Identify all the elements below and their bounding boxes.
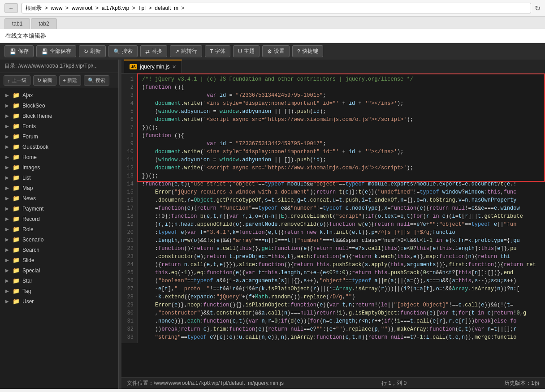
chevron-right-icon: ▶ [5, 103, 9, 108]
sidebar-item-home[interactable]: ▶📁Home [0, 152, 118, 162]
sidebar-item-forum[interactable]: ▶📁Forum [0, 131, 118, 142]
up-button[interactable]: ↑ 上一级 [4, 75, 30, 86]
theme-button[interactable]: U 主题 [233, 45, 260, 57]
editor-tab-filename: jquery.min.js [140, 64, 169, 70]
browser-tab-1[interactable]: tab1 [4, 18, 30, 29]
tab-close-button[interactable]: × [172, 63, 176, 70]
folder-icon: 📁 [13, 257, 20, 263]
save-button[interactable]: 💾 保存 [4, 45, 34, 57]
settings-icon: ⚙ [267, 48, 272, 55]
folder-icon: 📁 [13, 164, 20, 171]
chevron-right-icon: ▶ [5, 134, 9, 139]
folder-icon: 📁 [13, 246, 20, 253]
code-container[interactable]: 1234567891011121314151617181920212223242… [121, 73, 545, 377]
folder-icon: 📁 [13, 277, 20, 284]
status-position: 行 1，列 0 [381, 379, 407, 387]
sidebar-item-star[interactable]: ▶📁Star [0, 276, 118, 286]
chevron-right-icon: ▶ [5, 247, 9, 252]
main-toolbar: 💾 保存 💾 全部保存 ↻ 刷新 🔍 搜索 ⇄ 替换 ↗ 跳转行 T 字体 U … [0, 43, 545, 60]
folder-icon: 📁 [13, 123, 20, 129]
app-title-bar: 在线文本编辑器 [0, 29, 545, 43]
sidebar-item-guestbook[interactable]: ▶📁Guestbook [0, 142, 118, 152]
code-view: 1234567891011121314151617181920212223242… [121, 73, 545, 343]
sidebar-item-scenario[interactable]: ▶📁Scenario [0, 234, 118, 245]
up-icon: ↑ [8, 78, 10, 83]
sidebar-item-payment[interactable]: ▶📁Payment [0, 203, 118, 214]
sidebar-item-user[interactable]: ▶📁User [0, 296, 118, 306]
folder-icon: 📁 [13, 267, 20, 274]
save-icon: 💾 [9, 48, 16, 55]
replace-icon: ⇄ [145, 48, 150, 55]
new-button[interactable]: + 新建 [59, 75, 81, 86]
replace-button[interactable]: ⇄ 替换 [140, 45, 167, 57]
save-all-icon: 💾 [41, 48, 48, 55]
code-content[interactable]: /*! jQuery v3.4.1 | (c) JS Foundation an… [138, 73, 545, 343]
sidebar-item-role[interactable]: ▶📁Role [0, 224, 118, 234]
sidebar-item-special[interactable]: ▶📁Special [0, 265, 118, 276]
sidebar-toolbar: ↑ 上一级 ↻ 刷新 + 新建 🔍 搜索 [0, 73, 118, 88]
chevron-right-icon: ▶ [5, 185, 9, 190]
chevron-right-icon: ▶ [5, 93, 9, 98]
sidebar-refresh-button[interactable]: ↻ 刷新 [33, 75, 56, 86]
folder-icon: 📁 [13, 185, 20, 191]
refresh-button[interactable]: ↻ 刷新 [79, 45, 106, 57]
file-tree: ▶📁Ajax▶📁BlockSeo▶📁BlockTheme▶📁Fonts▶📁For… [0, 88, 118, 389]
editor-area: JS jquery.min.js × 123456789101112131415… [121, 60, 545, 389]
shortcut-icon: ? [297, 48, 300, 55]
shortcut-button[interactable]: ? 快捷键 [292, 45, 323, 57]
folder-icon: 📁 [13, 215, 20, 222]
save-all-button[interactable]: 💾 全部保存 [36, 45, 76, 57]
chevron-right-icon: ▶ [5, 227, 9, 232]
refresh-icon: ↻ [84, 48, 88, 55]
chevron-right-icon: ▶ [5, 289, 9, 293]
font-button[interactable]: T 字体 [205, 45, 230, 57]
folder-icon: 📁 [13, 143, 20, 150]
jump-button[interactable]: ↗ 跳转行 [170, 45, 202, 57]
chevron-right-icon: ▶ [5, 196, 9, 201]
folder-icon: 📁 [13, 102, 20, 109]
sidebar-refresh-icon: ↻ [37, 78, 41, 83]
folder-icon: 📁 [13, 226, 20, 233]
back-button[interactable]: ← [4, 3, 18, 13]
sidebar-item-map[interactable]: ▶📁Map [0, 183, 118, 193]
folder-icon: 📁 [13, 174, 20, 181]
sidebar-item-fonts[interactable]: ▶📁Fonts [0, 121, 118, 131]
search-icon: 🔍 [113, 48, 120, 55]
folder-icon: 📁 [13, 92, 20, 99]
folder-icon: 📁 [13, 195, 20, 202]
sidebar-item-blocktheme[interactable]: ▶📁BlockTheme [0, 111, 118, 121]
sidebar-item-ajax[interactable]: ▶📁Ajax [0, 90, 118, 100]
editor-tab-jquery[interactable]: JS jquery.min.js × [124, 60, 182, 73]
sidebar-item-news[interactable]: ▶📁News [0, 193, 118, 203]
chevron-right-icon: ▶ [5, 216, 9, 221]
settings-button[interactable]: ⚙ 设置 [262, 45, 290, 57]
browser-tab-2[interactable]: tab2 [31, 18, 56, 29]
font-icon: T [210, 48, 213, 55]
sidebar-item-tag[interactable]: ▶📁Tag [0, 286, 118, 296]
chevron-right-icon: ▶ [5, 155, 9, 159]
folder-icon: 📁 [13, 154, 20, 160]
address-input[interactable] [22, 3, 531, 13]
sidebar-search-icon: 🔍 [88, 78, 94, 83]
sidebar-item-list[interactable]: ▶📁List [0, 172, 118, 183]
browser-tabs: tab1 tab2 [0, 17, 545, 29]
sidebar-item-blockseo[interactable]: ▶📁BlockSeo [0, 100, 118, 111]
chevron-right-icon: ▶ [5, 237, 9, 242]
search-toolbar-button[interactable]: 🔍 搜索 [108, 45, 138, 57]
chevron-right-icon: ▶ [5, 124, 9, 129]
chevron-right-icon: ▶ [5, 206, 9, 211]
chevron-right-icon: ▶ [5, 258, 9, 263]
js-file-icon: JS [130, 64, 137, 69]
sidebar-search-button[interactable]: 🔍 搜索 [84, 75, 109, 86]
chevron-right-icon: ▶ [5, 165, 9, 170]
sidebar-item-record[interactable]: ▶📁Record [0, 214, 118, 224]
sidebar-path: 目录: /www/wwwroot/a.17kp8.vip/Tpl/... [0, 60, 118, 73]
folder-icon: 📁 [13, 205, 20, 212]
folder-icon: 📁 [13, 298, 20, 305]
sidebar-item-search[interactable]: ▶📁Search [0, 245, 118, 255]
folder-icon: 📁 [13, 133, 20, 140]
sidebar-item-images[interactable]: ▶📁Images [0, 162, 118, 172]
reload-button[interactable]: ↻ [535, 4, 541, 13]
chevron-right-icon: ▶ [5, 299, 9, 304]
sidebar-item-slide[interactable]: ▶📁Slide [0, 255, 118, 265]
